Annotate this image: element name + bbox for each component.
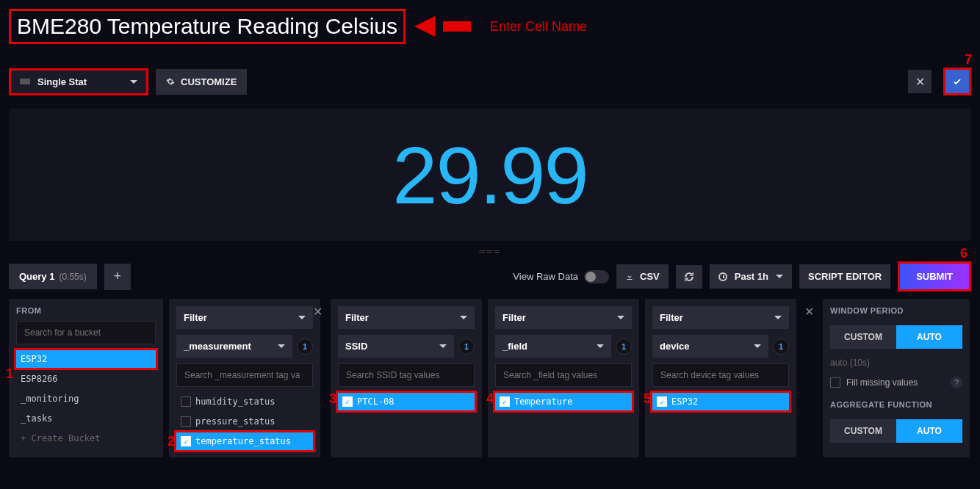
filter-key-select[interactable]: SSID xyxy=(338,335,454,358)
view-raw-label: View Raw Data xyxy=(513,271,578,282)
filter-key-select[interactable]: _field xyxy=(495,335,611,358)
single-stat-icon xyxy=(20,79,30,84)
bucket-list: ESP32 ESP8266 _monitoring _tasks + Creat… xyxy=(16,350,156,447)
submit-wrap: 6 SUBMIT xyxy=(898,261,971,291)
bucket-item-tasks[interactable]: _tasks xyxy=(16,410,156,427)
gear-icon xyxy=(166,77,175,86)
filter-key-select[interactable]: _measurement xyxy=(176,335,292,358)
option-temperature-field[interactable]: ✓Temperature xyxy=(495,393,632,410)
refresh-icon xyxy=(684,272,694,282)
filter-header[interactable]: Filter xyxy=(176,306,313,329)
csv-button[interactable]: CSV xyxy=(616,264,669,289)
filter-header[interactable]: Filter xyxy=(338,306,475,329)
stat-value: 29.99 xyxy=(392,128,587,222)
checkbox-checked-icon[interactable]: ✓ xyxy=(657,396,667,407)
resize-handle[interactable]: ═══ xyxy=(9,247,971,256)
window-custom-button[interactable]: CUSTOM xyxy=(830,325,896,349)
submit-button[interactable]: SUBMIT xyxy=(900,264,969,289)
submit-label: SUBMIT xyxy=(916,271,953,282)
confirm-button[interactable] xyxy=(945,70,969,93)
ssid-list: ✓PTCL-08 xyxy=(338,393,475,410)
option-label: ESP32 xyxy=(671,396,698,407)
checkbox-icon[interactable] xyxy=(181,416,191,427)
filter-header[interactable]: Filter xyxy=(495,306,632,329)
option-label: pressure_status xyxy=(195,416,275,427)
viz-type-label: Single Stat xyxy=(37,76,87,87)
side-panel: WINDOW PERIOD CUSTOM AUTO auto (10s) Fil… xyxy=(823,299,970,457)
aggregate-auto-button[interactable]: AUTO xyxy=(896,419,962,443)
window-period-header: WINDOW PERIOD xyxy=(830,306,962,315)
confirm-wrap: 7 xyxy=(943,68,971,95)
chevron-down-icon xyxy=(460,316,467,319)
query-tab[interactable]: Query 1 (0.55s) xyxy=(9,264,97,289)
time-range-label: Past 1h xyxy=(735,271,768,282)
chevron-down-icon xyxy=(776,275,783,278)
checkbox-checked-icon[interactable]: ✓ xyxy=(342,396,353,407)
toggle-off-icon[interactable] xyxy=(584,270,609,283)
option-temperature[interactable]: ✓temperature_status xyxy=(176,432,313,450)
script-editor-button[interactable]: SCRIPT EDITOR xyxy=(799,264,890,289)
bucket-item-esp8266[interactable]: ESP8266 xyxy=(16,370,156,388)
filter-label: Filter xyxy=(184,312,207,323)
checkbox-icon[interactable] xyxy=(830,377,840,388)
option-humidity[interactable]: humidity_status xyxy=(176,393,313,410)
cell-name-row: BME280 Temperature Reading Celsius Enter… xyxy=(9,9,971,44)
hint-label: Enter Cell Name xyxy=(490,19,587,35)
from-header: FROM xyxy=(16,306,156,315)
time-range-select[interactable]: Past 1h xyxy=(710,264,792,289)
cell-name-input-wrap[interactable]: BME280 Temperature Reading Celsius xyxy=(9,9,406,44)
filter-card-field: 4 Filter _field 1 ✓Temperature xyxy=(488,299,639,457)
bucket-item-monitoring[interactable]: _monitoring xyxy=(16,390,156,408)
aggregate-header: AGGREGATE FUNCTION xyxy=(830,400,962,409)
option-pressure[interactable]: pressure_status xyxy=(176,413,313,430)
field-search-input[interactable] xyxy=(495,363,632,387)
option-esp32-device[interactable]: ✓ESP32 xyxy=(652,393,789,410)
chevron-down-icon xyxy=(439,344,447,348)
fill-missing-row[interactable]: Fill missing values ? xyxy=(830,377,962,388)
checkbox-checked-icon[interactable]: ✓ xyxy=(500,396,510,407)
option-label: PTCL-08 xyxy=(357,396,394,407)
bucket-search-input[interactable] xyxy=(16,321,156,344)
script-editor-label: SCRIPT EDITOR xyxy=(808,271,882,282)
filter-label: Filter xyxy=(502,312,526,323)
arrow-icon xyxy=(414,16,435,37)
window-period-segment: CUSTOM AUTO xyxy=(830,325,962,349)
annotation-3: 3 xyxy=(329,391,336,407)
option-ptcl08[interactable]: ✓PTCL-08 xyxy=(338,393,475,410)
filter-card-device: 5 ✕ Filter device 1 ✓ESP32 xyxy=(645,299,796,457)
filter-header[interactable]: Filter xyxy=(652,306,789,329)
filter-key: device xyxy=(660,341,689,352)
window-auto-button[interactable]: AUTO xyxy=(896,325,962,349)
checkbox-icon[interactable] xyxy=(181,396,191,407)
close-button[interactable]: ✕ xyxy=(908,70,932,93)
chevron-down-icon xyxy=(298,316,306,319)
customize-button[interactable]: CUSTOMIZE xyxy=(156,69,247,95)
ssid-search-input[interactable] xyxy=(338,363,475,387)
view-raw-data-toggle[interactable]: View Raw Data xyxy=(513,270,609,283)
cell-name[interactable]: BME280 Temperature Reading Celsius xyxy=(17,14,397,39)
annotation-4: 4 xyxy=(486,391,494,407)
count-badge: 1 xyxy=(616,338,632,355)
count-badge: 1 xyxy=(297,338,313,355)
option-label: humidity_status xyxy=(195,396,275,407)
filter-key-select[interactable]: device xyxy=(652,335,768,358)
chevron-down-icon xyxy=(278,344,285,348)
refresh-button[interactable] xyxy=(676,265,702,289)
clock-icon xyxy=(718,272,727,281)
chevron-down-icon xyxy=(130,80,137,84)
help-icon[interactable]: ? xyxy=(951,377,962,388)
bucket-item-esp32[interactable]: ESP32 xyxy=(16,350,156,368)
aggregate-custom-button[interactable]: CUSTOM xyxy=(830,419,896,443)
measurement-search-input[interactable] xyxy=(176,363,313,387)
checkbox-checked-icon[interactable]: ✓ xyxy=(181,436,191,446)
visualization-type-select[interactable]: Single Stat xyxy=(9,68,148,95)
remove-filter-button[interactable]: ✕ xyxy=(804,305,814,319)
check-icon xyxy=(952,76,962,87)
remove-filter-button[interactable]: ✕ xyxy=(313,305,323,319)
device-search-input[interactable] xyxy=(652,363,789,387)
annotation-2: 2 xyxy=(167,434,175,449)
add-query-button[interactable]: + xyxy=(104,264,131,290)
filter-label: Filter xyxy=(660,312,683,323)
create-bucket-button[interactable]: + Create Bucket xyxy=(16,430,156,447)
toolbar: Single Stat CUSTOMIZE ✕ 7 xyxy=(9,68,971,95)
